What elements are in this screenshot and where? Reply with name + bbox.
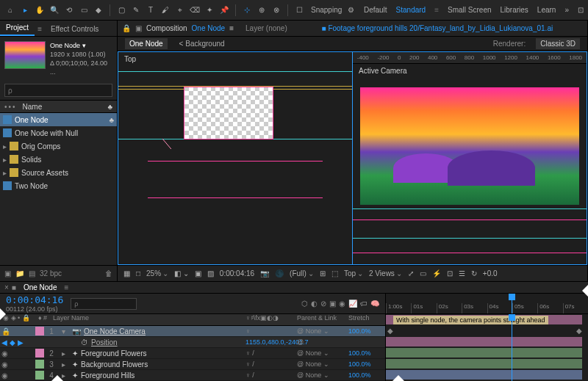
exposure-value[interactable]: +0.0 — [483, 269, 498, 277]
video-toggle-icon[interactable]: ◉ — [1, 360, 8, 369]
label-column-header[interactable]: ♦ # — [35, 314, 50, 325]
toggle-alpha-icon[interactable]: □ — [136, 269, 140, 277]
layer-bar[interactable] — [386, 359, 582, 369]
asset-row[interactable]: One Node♣ — [0, 113, 117, 126]
clone-tool-icon[interactable]: ⌖ — [174, 4, 186, 16]
selection-tool-icon[interactable]: ▸ — [19, 4, 31, 16]
stretch-header[interactable]: Stretch — [348, 314, 385, 325]
view-axis-icon[interactable]: ⊗ — [270, 4, 282, 16]
layer-row[interactable]: 🔒 1 ▾📷One Node Camera ♀ @ None 100.0% — [0, 326, 385, 337]
stopwatch-icon[interactable]: ⏱ — [81, 338, 88, 346]
draft-3d-icon[interactable]: ◐ — [311, 300, 318, 308]
timeline-ruler[interactable]: 1:00s01s02s03s04s05s06s07s — [386, 294, 588, 314]
layer-bar[interactable]: With single node, the camera points stra… — [386, 315, 582, 324]
share-view-icon[interactable]: ⤢ — [408, 269, 414, 277]
roi-icon[interactable]: ▣ — [195, 269, 201, 277]
pickwhip-icon[interactable]: @ — [297, 338, 304, 346]
layer-bar[interactable] — [386, 370, 582, 380]
keyframe-icon[interactable]: ◆ — [576, 327, 582, 335]
effect-controls-tab[interactable]: Effect Controls — [45, 22, 104, 36]
transparency-grid-icon[interactable]: ▨ — [207, 269, 214, 277]
snapping-menu-icon[interactable]: ⚙ — [345, 4, 356, 16]
grid-icon[interactable]: ▦ — [123, 269, 130, 277]
asset-list[interactable]: One Node♣ One Node with Null ▸Orig Comps… — [0, 113, 117, 265]
frame-blend-icon[interactable]: ▣ — [329, 300, 336, 308]
keyframe-icon[interactable]: ◆ — [387, 327, 393, 335]
snapshot-icon[interactable]: 📷 — [260, 269, 269, 277]
layer-row[interactable]: ◉ 3 ▸✦Background Flowers ♀ / @ None 100.… — [0, 359, 385, 370]
shape-tool-icon[interactable]: ◆ — [93, 4, 104, 16]
viewport-top[interactable]: Top — [118, 51, 352, 265]
property-row[interactable]: ◀ ◆ ▶ ⏱Position 1155.0,480.0,-2401.7 @ — [0, 337, 385, 348]
label-color-chip[interactable] — [35, 360, 44, 369]
label-color-column-icon[interactable]: ••• — [4, 103, 17, 111]
twirl-icon[interactable]: ▸ — [62, 349, 69, 358]
brush-tool-icon[interactable]: 🖌 — [159, 4, 171, 16]
workspace-standard[interactable]: Standard — [396, 6, 426, 14]
eraser-tool-icon[interactable]: ⌫ — [189, 4, 201, 16]
comp-tab-name[interactable]: One Node — [192, 24, 226, 32]
viewport-active-camera[interactable]: -400-20002004006008001000120014001600180… — [352, 51, 587, 265]
motion-blur-icon[interactable]: ◉ — [339, 300, 345, 308]
world-axis-icon[interactable]: ⊕ — [256, 4, 268, 16]
zoom-tool-icon[interactable]: 🔍 — [49, 4, 60, 16]
label-color-chip[interactable] — [35, 349, 44, 358]
views-dropdown[interactable]: 2 Views — [369, 269, 402, 277]
crop-tool-icon[interactable]: ▭ — [78, 4, 90, 16]
comp-marker[interactable]: With single node, the camera points stra… — [393, 316, 548, 324]
close-tab-icon[interactable]: × — [4, 283, 9, 291]
snapping-label[interactable]: Snapping — [311, 6, 342, 14]
home-icon[interactable]: ⌂ — [4, 4, 16, 16]
roto-tool-icon[interactable]: ✦ — [204, 4, 215, 16]
composition-preview[interactable] — [360, 87, 579, 205]
trash-icon[interactable]: 🗑 — [105, 269, 112, 277]
hand-tool-icon[interactable]: ✋ — [34, 4, 46, 16]
keyframe-nav-icon[interactable]: ◀ ◆ ▶ — [1, 338, 24, 346]
parent-header[interactable]: Parent & Link — [297, 314, 348, 325]
resolution-dropdown[interactable]: (Full) — [290, 269, 314, 277]
label-color-chip[interactable] — [35, 371, 44, 380]
workspace-learn[interactable]: Learn — [537, 6, 556, 14]
type-column-icon[interactable]: ♣ — [107, 103, 112, 111]
project-search-input[interactable] — [4, 84, 112, 97]
hide-shy-icon[interactable]: ⊘ — [320, 300, 326, 308]
type-tool-icon[interactable]: T — [145, 4, 157, 16]
search-icon[interactable]: ⊡ — [578, 6, 584, 14]
brain-icon[interactable]: 🧠 — [370, 300, 379, 308]
timeline-tab[interactable]: One Node — [19, 282, 62, 293]
lock-icon[interactable]: 🔒 — [1, 327, 10, 335]
interpret-footage-icon[interactable]: ▣ — [4, 269, 11, 277]
bpc-label[interactable]: 32 bpc — [40, 269, 62, 277]
resolution-icon[interactable]: ◧ ⌄ — [174, 269, 189, 277]
layer-row[interactable]: ◉ 2 ▸✦Foreground Flowers ♀ / @ None 100.… — [0, 348, 385, 359]
3d-view-icon[interactable]: ⬚ — [331, 269, 338, 277]
comp-mini-flowchart-icon[interactable]: ⬡ — [301, 300, 308, 308]
workspace-more-icon[interactable]: » — [564, 6, 569, 14]
workspace-small[interactable]: Small Screen — [448, 6, 491, 14]
video-toggle-icon[interactable]: ◉ — [1, 349, 8, 358]
playhead-line[interactable] — [512, 314, 512, 381]
new-folder-icon[interactable]: 📁 — [15, 269, 24, 277]
channel-icon[interactable]: 🌑 — [275, 269, 284, 277]
view-tab-background[interactable]: < Background — [175, 38, 229, 49]
workspace-default[interactable]: Default — [364, 6, 387, 14]
snapping-check-icon[interactable]: ☐ — [293, 4, 305, 16]
layer-bar[interactable] — [386, 348, 582, 358]
puppet-tool-icon[interactable]: 📌 — [218, 4, 230, 16]
local-axis-icon[interactable]: ⊹ — [241, 4, 253, 16]
panel-menu-icon[interactable]: ≡ — [64, 283, 68, 291]
timeline-tracks[interactable]: 1:00s01s02s03s04s05s06s07s With single n… — [386, 294, 588, 381]
video-toggle-icon[interactable]: ◉ — [1, 371, 8, 380]
view-mode-dropdown[interactable]: Top — [344, 269, 363, 277]
view-options-icon[interactable]: ⊞ — [320, 269, 326, 277]
lock-icon[interactable]: 🔒 — [122, 24, 131, 32]
camera-wireframe[interactable] — [162, 139, 346, 264]
panel-menu-icon[interactable]: ≡ — [229, 24, 234, 32]
asset-row[interactable]: One Node with Null — [0, 126, 117, 139]
view-tab-onenode[interactable]: One Node — [125, 38, 168, 49]
footage-tab[interactable]: ■ Footage foreground hills 20/Fantasy_la… — [322, 24, 553, 32]
current-timecode[interactable]: 0:00:04:16 — [6, 294, 63, 305]
name-column-header[interactable]: Name — [23, 103, 43, 111]
asset-row[interactable]: ▸Orig Comps — [0, 139, 117, 153]
switches-header[interactable]: ♀♯\fx▣◐◑ — [245, 314, 297, 325]
